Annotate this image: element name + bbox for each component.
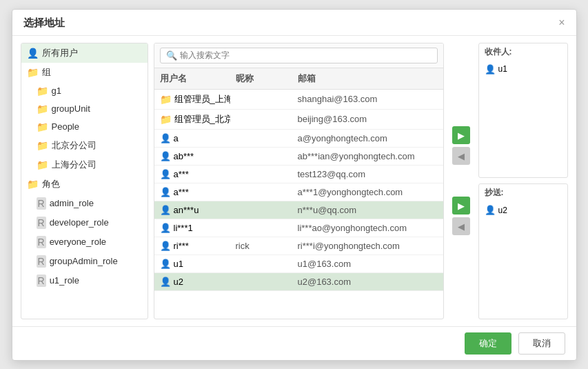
role-icon: R: [37, 217, 46, 229]
dialog: 选择地址 × 👤所有用户📁组📁g1📁groupUnit📁People📁北京分公司…: [12, 9, 577, 361]
tree-item-label: 上海分公司: [52, 159, 97, 171]
table-row[interactable]: 👤li***1li***ao@yonghongtech.com: [154, 219, 443, 237]
cc-item[interactable]: 👤u2: [482, 203, 565, 217]
recipients-box: 收件人: 👤u1: [478, 43, 568, 179]
role-icon: R: [37, 275, 46, 287]
user-icon: 👤: [160, 169, 171, 179]
folder-icon: 📁: [160, 114, 172, 125]
table-header: 用户名 昵称 邮箱: [154, 68, 443, 90]
recipient-item[interactable]: 👤u1: [482, 62, 565, 77]
role-icon: R: [37, 197, 46, 210]
recipients-list: 👤u1: [479, 61, 567, 178]
folder-icon: 📁: [37, 86, 48, 97]
tree-item-label: developer_role: [50, 217, 109, 228]
role-icon: R: [37, 255, 46, 268]
folder-icon: 📁: [37, 121, 48, 132]
cell-name: 👤li***1: [154, 223, 230, 233]
tree-panel: 👤所有用户📁组📁g1📁groupUnit📁People📁北京分公司📁上海分公司📁…: [21, 43, 148, 319]
user-icon: 👤: [160, 187, 171, 197]
user-icon: 👤: [160, 259, 171, 269]
remove-from-button[interactable]: ◀: [452, 147, 470, 165]
tree-item-everyone_role[interactable]: Reveryone_role: [21, 232, 148, 252]
cell-email: a***1@yonghongtech.com: [292, 187, 443, 197]
tree-item-shanghai[interactable]: 📁上海分公司: [21, 155, 148, 174]
cell-name: 👤ab***: [154, 151, 230, 161]
table-row[interactable]: 📁组管理员_上海shanghai@163.com: [154, 90, 443, 110]
tree-item-label: g1: [52, 86, 61, 96]
user-icon: 👤: [27, 48, 39, 59]
table-row[interactable]: 📁组管理员_北京beijing@163.com: [154, 110, 443, 130]
close-button[interactable]: ×: [558, 17, 565, 28]
tree-item-beijing[interactable]: 📁北京分公司: [21, 136, 148, 155]
table-row[interactable]: 👤a***test123@qq.com: [154, 166, 443, 183]
tree-item-role[interactable]: 📁角色: [21, 174, 148, 194]
role-icon: R: [37, 236, 46, 248]
tree-item-label: everyone_role: [50, 237, 106, 247]
table-row[interactable]: 👤an***un***u@qq.com: [154, 201, 443, 219]
cell-name: 👤an***u: [154, 205, 230, 215]
table-row[interactable]: 👤ab***ab***ian@yonghongtech.com: [154, 148, 443, 166]
cell-name: 📁组管理员_北京: [154, 113, 230, 126]
cell-name: 👤a: [154, 133, 230, 143]
cell-name: 👤u1: [154, 259, 230, 269]
tree-item-admin_role[interactable]: Radmin_role: [21, 194, 148, 213]
user-icon: 👤: [160, 277, 171, 287]
tree-item-u1_role[interactable]: Ru1_role: [21, 271, 148, 290]
user-icon: 👤: [160, 205, 171, 215]
table-row[interactable]: 👤a***a***1@yonghongtech.com: [154, 183, 443, 201]
dialog-header: 选择地址 ×: [12, 10, 576, 36]
tree-item-groupAdmin_role[interactable]: RgroupAdmin_role: [21, 252, 148, 271]
to-arrow-section: ▶ ◀: [452, 126, 470, 165]
arrow-panel: ▶ ◀ ▶ ◀: [449, 43, 473, 319]
add-to-button[interactable]: ▶: [452, 126, 470, 144]
cell-email: ab***ian@yonghongtech.com: [292, 151, 443, 161]
tree-item-label: groupUnit: [52, 103, 90, 114]
cell-email: ri***i@yonghongtech.com: [292, 241, 443, 251]
col-header-nick: 昵称: [230, 72, 292, 85]
cancel-button[interactable]: 取消: [518, 332, 565, 355]
dialog-footer: 确定 取消: [12, 326, 576, 360]
cell-name: 👤a***: [154, 187, 230, 197]
tree-item-group[interactable]: 📁组: [21, 63, 148, 82]
cell-email: u2@163.com: [292, 277, 443, 287]
remove-cc-button[interactable]: ◀: [452, 217, 470, 235]
table-row[interactable]: 👤u2u2@163.com: [154, 273, 443, 291]
table-row[interactable]: 👤aa@yonghongtech.com: [154, 130, 443, 148]
cell-email: a@yonghongtech.com: [292, 133, 443, 143]
table-row[interactable]: 👤u1u1@163.com: [154, 255, 443, 273]
cc-box: 抄送: 👤u2: [478, 183, 568, 319]
tree-item-label: u1_role: [50, 275, 79, 286]
add-cc-button[interactable]: ▶: [452, 197, 470, 215]
col-header-email: 邮箱: [292, 72, 443, 85]
table-row[interactable]: 👤ri***rickri***i@yonghongtech.com: [154, 237, 443, 255]
cell-name: 👤a***: [154, 169, 230, 179]
cell-name: 👤ri***: [154, 241, 230, 251]
confirm-button[interactable]: 确定: [465, 332, 511, 355]
middle-panel: 🔍 用户名 昵称 邮箱 📁组管理员_上海shanghai@163.com📁组管理…: [154, 43, 444, 319]
table-body: 📁组管理员_上海shanghai@163.com📁组管理员_北京beijing@…: [154, 90, 443, 319]
cell-email: li***ao@yonghongtech.com: [292, 223, 443, 233]
cell-nick: rick: [230, 241, 292, 251]
user-icon: 👤: [160, 151, 171, 161]
search-icon: 🔍: [166, 50, 177, 61]
tree-item-label: 组: [42, 66, 51, 79]
tree-item-all-users[interactable]: 👤所有用户: [21, 43, 148, 63]
user-icon: 👤: [485, 64, 496, 74]
dialog-title: 选择地址: [23, 17, 65, 30]
user-icon: 👤: [160, 223, 171, 233]
cell-name: 👤u2: [154, 277, 230, 287]
search-input-wrap[interactable]: 🔍: [160, 48, 438, 63]
tree-item-groupUnit[interactable]: 📁groupUnit: [21, 100, 148, 118]
cell-email: shanghai@163.com: [292, 94, 443, 104]
cc-list: 👤u2: [479, 201, 567, 319]
cell-email: u1@163.com: [292, 259, 443, 269]
tree-item-g1[interactable]: 📁g1: [21, 82, 148, 100]
tree-item-People[interactable]: 📁People: [21, 118, 148, 136]
user-icon: 👤: [160, 133, 171, 143]
folder-icon: 📁: [27, 67, 39, 78]
cc-arrow-section: ▶ ◀: [452, 197, 470, 235]
cell-name: 📁组管理员_上海: [154, 93, 230, 106]
recipients-label: 收件人:: [479, 43, 567, 61]
tree-item-developer_role[interactable]: Rdeveloper_role: [21, 213, 148, 232]
search-input[interactable]: [180, 50, 432, 60]
